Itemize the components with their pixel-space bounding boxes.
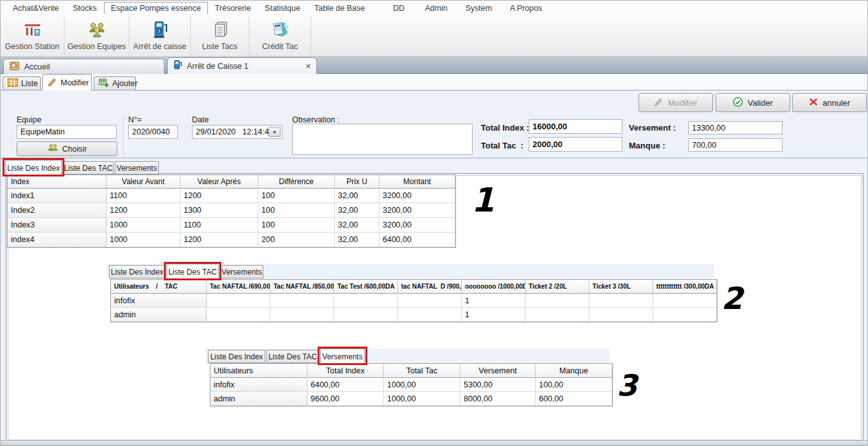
column-header[interactable]: Utilisateurs / TAC bbox=[111, 280, 207, 294]
tab-liste-des-index[interactable]: Liste Des Index bbox=[109, 265, 165, 278]
table-cell[interactable]: 1100 bbox=[180, 218, 258, 233]
column-header[interactable]: Tac NAFTAL /690,00DA bbox=[207, 280, 270, 294]
menu-espace-pompes-essence[interactable]: Espace Pompes essence bbox=[104, 2, 208, 15]
table-cell[interactable]: 1000,00 bbox=[384, 392, 460, 406]
table-cell[interactable]: 1000,00 bbox=[384, 378, 460, 392]
table-cell[interactable] bbox=[207, 294, 270, 308]
column-header[interactable]: Prix U bbox=[335, 175, 379, 189]
column-header[interactable]: Ticket 3 /30L bbox=[589, 280, 653, 294]
close-icon[interactable]: × bbox=[305, 61, 311, 71]
tab-liste-des-tac[interactable]: Liste Des TAC bbox=[63, 161, 114, 175]
menu-achat-vente[interactable]: Achat&Vente bbox=[6, 2, 66, 15]
toolbar-credit-tac[interactable]: Crédit Tac bbox=[249, 16, 311, 56]
row-header[interactable]: Index3 bbox=[8, 218, 107, 233]
column-header[interactable]: tac NAFTAL D /900,00 bbox=[398, 280, 462, 294]
table-cell[interactable]: 1200 bbox=[180, 233, 258, 247]
table-cell[interactable]: 1200 bbox=[107, 203, 180, 218]
menu-admin[interactable]: Admin bbox=[418, 2, 454, 15]
table-cell[interactable]: 200 bbox=[258, 233, 335, 247]
table-cell[interactable] bbox=[526, 294, 589, 308]
row-header[interactable]: admin bbox=[210, 392, 307, 406]
row-header[interactable]: admin bbox=[111, 308, 207, 322]
toolbar-gestion-equipes[interactable]: Gestion Equipes bbox=[64, 16, 129, 56]
column-header[interactable]: Valeur Avant bbox=[107, 175, 180, 189]
table-cell[interactable]: 9600,00 bbox=[307, 392, 384, 406]
table-cell[interactable] bbox=[270, 308, 334, 322]
table-cell[interactable] bbox=[653, 308, 717, 322]
table-cell[interactable] bbox=[270, 294, 334, 308]
table-cell[interactable]: 6400,00 bbox=[307, 378, 384, 392]
table-cell[interactable]: 32,00 bbox=[335, 218, 379, 233]
menu-tresorerie[interactable]: Trésorerie bbox=[208, 2, 258, 15]
table-cell[interactable]: 32,00 bbox=[335, 233, 379, 247]
column-header[interactable]: Utilisateurs bbox=[210, 364, 307, 378]
tab-arret-de-caisse-1[interactable]: Arrêt de Caisse 1 × bbox=[167, 57, 317, 74]
row-header[interactable]: index4 bbox=[8, 233, 107, 247]
menu-stocks[interactable]: Stocks bbox=[66, 2, 104, 15]
table-cell[interactable] bbox=[589, 294, 653, 308]
column-header[interactable]: Ticket 2 /20L bbox=[526, 280, 589, 294]
table-cell[interactable]: 1000 bbox=[107, 218, 180, 233]
table-cell[interactable] bbox=[398, 308, 462, 322]
table-cell[interactable] bbox=[526, 308, 589, 322]
row-header[interactable]: index1 bbox=[8, 189, 107, 203]
row-header[interactable]: Index2 bbox=[8, 203, 107, 218]
table-cell[interactable] bbox=[207, 308, 270, 322]
menu-a-propos[interactable]: A Propos bbox=[503, 2, 549, 15]
table-cell[interactable]: 600,00 bbox=[536, 392, 612, 406]
table-cell[interactable]: 8000,00 bbox=[460, 392, 536, 406]
toolbar-liste-tacs[interactable]: Liste Tacs bbox=[191, 16, 249, 56]
table-cell[interactable] bbox=[653, 294, 717, 308]
table-cell[interactable]: 1100 bbox=[107, 189, 180, 203]
table-cell[interactable]: 3200,00 bbox=[379, 218, 455, 233]
column-header[interactable]: Montant bbox=[379, 175, 455, 189]
table-cell[interactable]: 100 bbox=[258, 189, 335, 203]
table-cell[interactable]: 3200,00 bbox=[379, 203, 455, 218]
table-cell[interactable]: 1 bbox=[462, 308, 526, 322]
tab-versements[interactable]: Versements bbox=[220, 265, 263, 278]
tab-accueil[interactable]: Accueil bbox=[3, 59, 165, 74]
tab-liste-des-index[interactable]: Liste Des Index bbox=[208, 350, 265, 363]
tab-liste[interactable]: Liste bbox=[3, 76, 41, 90]
column-header[interactable]: Tac Test /600,00DA bbox=[334, 280, 398, 294]
table-cell[interactable] bbox=[589, 308, 653, 322]
column-header[interactable]: Total Index bbox=[307, 364, 384, 378]
column-header[interactable]: oooooooo /1000,00D. bbox=[462, 280, 526, 294]
table-cell[interactable] bbox=[398, 294, 462, 308]
tab-modifier[interactable]: Modifier bbox=[42, 74, 92, 90]
column-header[interactable]: Différence bbox=[258, 175, 335, 189]
table-cell[interactable]: 32,00 bbox=[335, 203, 379, 218]
table-cell[interactable]: 32,00 bbox=[335, 189, 379, 203]
menu-statistque[interactable]: Statistque bbox=[258, 2, 307, 15]
column-header[interactable]: Manque bbox=[536, 364, 612, 378]
column-header[interactable]: Valeur Aprés bbox=[180, 175, 258, 189]
table-cell[interactable] bbox=[334, 294, 398, 308]
tab-versements[interactable]: Versements bbox=[115, 161, 159, 175]
row-header[interactable]: infofix bbox=[111, 294, 207, 308]
toolbar-arret-de-caisse[interactable]: $ Arrêt de caisse bbox=[129, 16, 190, 56]
tab-liste-des-tac[interactable]: Liste Des TAC bbox=[267, 350, 319, 363]
table-cell[interactable]: 1000 bbox=[107, 233, 180, 247]
row-header[interactable]: infofix bbox=[210, 378, 307, 392]
table-cell[interactable]: 1 bbox=[462, 294, 526, 308]
table-cell[interactable]: 100,00 bbox=[536, 378, 612, 392]
table-cell[interactable]: 100 bbox=[258, 218, 335, 233]
svg-text:$: $ bbox=[158, 29, 160, 34]
table-cell[interactable] bbox=[334, 308, 398, 322]
tab-ajouter[interactable]: Ajouter bbox=[94, 76, 136, 90]
column-header[interactable]: Index bbox=[8, 175, 107, 189]
menu-system[interactable]: System bbox=[459, 2, 499, 15]
table-cell[interactable]: 6400,00 bbox=[379, 233, 455, 247]
table-cell[interactable]: 100 bbox=[258, 203, 335, 218]
table-cell[interactable]: 3200,00 bbox=[379, 189, 455, 203]
table-cell[interactable]: 5300,00 bbox=[460, 378, 536, 392]
toolbar-gestion-station[interactable]: Gestion Station bbox=[1, 16, 64, 56]
table-cell[interactable]: 1200 bbox=[180, 189, 258, 203]
column-header[interactable]: Tac NAFTAL /850,00DA bbox=[270, 280, 334, 294]
menu-dd[interactable]: DD bbox=[386, 2, 411, 15]
menu-table-de-base[interactable]: Table de Base bbox=[307, 2, 372, 15]
column-header[interactable]: tttttttttttt /300,00DA bbox=[653, 280, 717, 294]
column-header[interactable]: Versement bbox=[460, 364, 536, 378]
table-cell[interactable]: 1300 bbox=[180, 203, 258, 218]
column-header[interactable]: Total Tac bbox=[384, 364, 460, 378]
